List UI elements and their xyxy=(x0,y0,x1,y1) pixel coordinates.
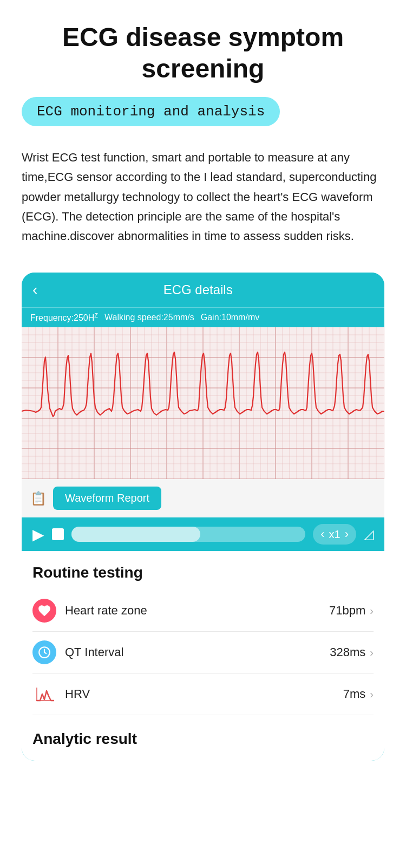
page-title: ECG disease symptom screening xyxy=(22,22,384,84)
speed-value: x1 xyxy=(329,528,340,541)
speed-decrease-button[interactable]: ‹ xyxy=(320,527,324,541)
frequency-label: Frequency:250HZ xyxy=(30,312,98,323)
play-button[interactable]: ▶ xyxy=(32,526,44,543)
report-doc-icon: 📋 xyxy=(30,491,47,506)
hrv-label: HRV xyxy=(65,687,343,701)
hrv-arrow-icon: › xyxy=(370,688,374,701)
qt-interval-arrow-icon: › xyxy=(370,646,374,659)
back-button[interactable]: ‹ xyxy=(32,281,37,299)
qt-interval-icon-wrap xyxy=(32,640,56,664)
analytic-section-title: Analytic result xyxy=(32,730,374,748)
routine-section-title: Routine testing xyxy=(32,564,374,581)
subtitle-badge: ECG monitoring and analysis xyxy=(22,97,280,126)
ecg-waveform-svg xyxy=(22,327,384,479)
heart-rate-icon xyxy=(37,604,51,618)
speed-increase-button[interactable]: › xyxy=(345,527,349,541)
ecg-header-title: ECG details xyxy=(46,282,350,297)
ecg-waveform-container xyxy=(22,327,384,479)
heart-rate-value: 71bpm xyxy=(329,604,365,618)
analytic-section: Analytic result xyxy=(22,722,384,761)
heart-rate-label: Heart rate zone xyxy=(65,604,329,618)
slider-fill xyxy=(71,527,200,542)
fullscreen-button[interactable]: ◿ xyxy=(364,527,374,542)
heart-rate-arrow-icon: › xyxy=(370,605,374,617)
progress-slider[interactable] xyxy=(71,527,305,542)
hrv-icon xyxy=(35,684,54,704)
routine-section: Routine testing Heart rate zone 71bpm › xyxy=(22,551,384,722)
speed-control: ‹ x1 › xyxy=(313,524,356,545)
stop-button[interactable] xyxy=(52,528,64,540)
ecg-info-bar: Frequency:250HZ Walking speed:25mm/s Gai… xyxy=(22,308,384,327)
description-text: Wrist ECG test function, smart and porta… xyxy=(22,148,384,246)
ecg-header: ‹ ECG details xyxy=(22,273,384,308)
hrv-icon-wrap xyxy=(32,682,56,706)
walking-speed-label: Walking speed:25mm/s xyxy=(104,313,194,322)
ecg-card: ‹ ECG details Frequency:250HZ Walking sp… xyxy=(22,273,384,761)
qt-interval-value: 328ms xyxy=(330,645,365,659)
clock-icon xyxy=(37,645,51,659)
hrv-row[interactable]: HRV 7ms › xyxy=(32,673,374,715)
qt-interval-row[interactable]: QT Interval 328ms › xyxy=(32,632,374,673)
ecg-controls: ▶ ‹ x1 › ◿ xyxy=(22,517,384,551)
qt-interval-label: QT Interval xyxy=(65,645,330,659)
heart-rate-icon-wrap xyxy=(32,599,56,623)
heart-rate-row[interactable]: Heart rate zone 71bpm › xyxy=(32,590,374,632)
hrv-value: 7ms xyxy=(343,687,366,701)
waveform-report-button[interactable]: Waveform Report xyxy=(53,487,161,510)
ecg-report-bar: 📋 Waveform Report xyxy=(22,479,384,517)
gain-label: Gain:10mm/mv xyxy=(201,313,259,322)
